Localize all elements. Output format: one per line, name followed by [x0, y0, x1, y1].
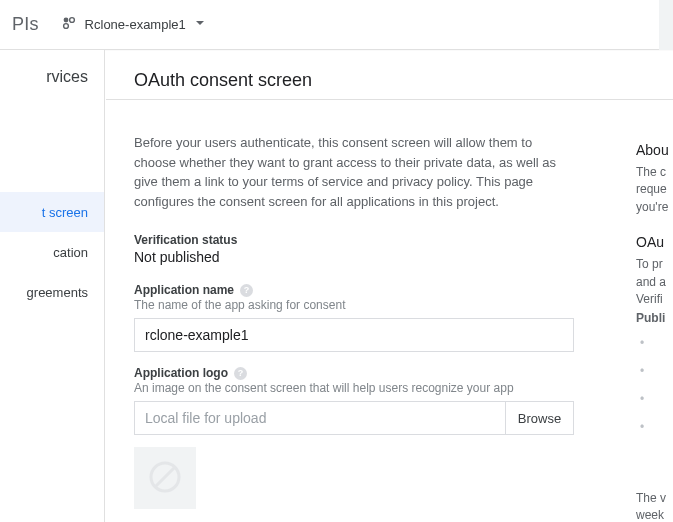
top-bar: PIs Rclone-example1: [0, 0, 673, 50]
app-name-hint: The name of the app asking for consent: [134, 298, 574, 312]
info-bullet: [640, 392, 673, 420]
oauth-heading-fragment: OAu: [636, 234, 673, 250]
app-name-input[interactable]: [134, 318, 574, 352]
sidebar-item-consent-screen[interactable]: t screen: [0, 192, 104, 232]
intro-text: Before your users authenticate, this con…: [134, 133, 574, 211]
sidebar-heading-fragment: rvices: [0, 64, 104, 102]
oauth-body-fragment: To pr and a Verifi: [636, 256, 673, 308]
info-footer-fragment: week: [636, 507, 673, 522]
help-icon[interactable]: ?: [240, 284, 253, 297]
main: OAuth consent screen Before your users a…: [106, 50, 673, 522]
no-image-icon: [147, 459, 183, 498]
search-area-fragment[interactable]: [659, 0, 673, 50]
caret-down-icon: [194, 17, 206, 32]
project-name: Rclone-example1: [85, 17, 186, 32]
app-logo-file-input[interactable]: [135, 402, 505, 434]
page-title: OAuth consent screen: [134, 70, 673, 91]
svg-point-0: [63, 18, 68, 23]
info-bullet: [640, 420, 673, 448]
logo-placeholder: [134, 447, 196, 509]
info-bullets: [636, 336, 673, 448]
project-dots-icon: [61, 15, 77, 34]
about-body-fragment: The c reque you're: [636, 164, 673, 216]
form-column: Before your users authenticate, this con…: [134, 133, 574, 522]
info-bullet: [640, 364, 673, 392]
sidebar: rvices t screen cation greements: [0, 50, 105, 522]
oauth-bold-fragment: Publi: [636, 310, 673, 327]
divider: [106, 99, 673, 100]
help-icon[interactable]: ?: [234, 367, 247, 380]
app-logo-label: Application logo ?: [134, 366, 574, 380]
app-logo-hint: An image on the consent screen that will…: [134, 381, 574, 395]
about-heading-fragment: Abou: [636, 142, 673, 158]
sidebar-item-agreements[interactable]: greements: [0, 272, 104, 312]
sidebar-item-label: cation: [53, 245, 88, 260]
app-name-label: Application name ?: [134, 283, 574, 297]
project-picker[interactable]: Rclone-example1: [55, 11, 212, 38]
app-logo-file-row: Browse: [134, 401, 574, 435]
sidebar-item-label: greements: [27, 285, 88, 300]
verification-status-label: Verification status: [134, 233, 574, 247]
browse-button[interactable]: Browse: [505, 402, 573, 434]
sidebar-item-verification[interactable]: cation: [0, 232, 104, 272]
verification-status-value: Not published: [134, 249, 574, 265]
product-title-fragment: PIs: [12, 14, 39, 35]
info-bullet: [640, 336, 673, 364]
svg-point-2: [63, 24, 68, 29]
svg-line-4: [156, 468, 174, 486]
sidebar-item-label: t screen: [42, 205, 88, 220]
svg-point-1: [69, 18, 74, 23]
info-panel: Abou The c reque you're OAu To pr and a …: [636, 142, 673, 522]
info-footer-fragment: The v: [636, 490, 673, 507]
